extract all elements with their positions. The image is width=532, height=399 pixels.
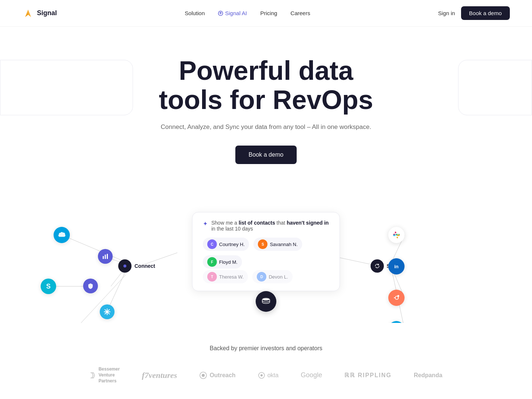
sync-dot: [371, 259, 384, 273]
avatar: S: [258, 239, 267, 249]
nav-actions: Sign in Book a demo: [438, 6, 510, 20]
ai-prompt: ✦ Show me a list of contacts that haven'…: [203, 220, 329, 232]
nav-link-careers[interactable]: Careers: [290, 10, 310, 16]
f7ventures-logo: f7ventures: [142, 371, 177, 380]
avatar: C: [207, 239, 217, 249]
slack-icon: [388, 227, 405, 243]
bessemer-logo: BessemerVenturePartners: [90, 366, 120, 384]
contact-chip: C Courtney H.: [203, 238, 249, 251]
snowflake-icon: [100, 304, 115, 319]
avatar: D: [257, 272, 266, 282]
contacts-row-2: T Theresa W. D Devon L.: [203, 270, 329, 283]
navbar: Signal Solution Signal AI Pricing Career…: [0, 0, 532, 27]
contact-chip-faded: T Theresa W.: [203, 270, 248, 283]
investors-title: Backed by premier investors and operator…: [22, 345, 510, 352]
svg-rect-18: [107, 254, 108, 259]
signin-link[interactable]: Sign in: [438, 10, 455, 16]
svg-point-23: [123, 265, 126, 267]
shield-icon: [83, 279, 98, 293]
avatar: F: [207, 257, 217, 267]
hero-section: Powerful data tools for RevOps Connect, …: [100, 27, 432, 179]
connect-label: Connect: [134, 263, 155, 269]
redpanda-logo: Redpanda: [414, 372, 442, 379]
logo-icon: [22, 7, 34, 19]
contact-chip-faded: D Devon L.: [252, 270, 292, 283]
contact-chip: F Floyd M.: [203, 255, 242, 269]
investors-section: Backed by premier investors and operator…: [0, 323, 532, 399]
skyvern-icon: S: [41, 279, 56, 294]
bardeen-icon: [98, 249, 113, 264]
svg-rect-17: [105, 255, 106, 259]
nav-links: Solution Signal AI Pricing Careers: [185, 10, 310, 16]
logo[interactable]: Signal: [22, 7, 57, 19]
svg-point-27: [202, 374, 205, 377]
svg-rect-16: [103, 256, 104, 259]
db-icon: [256, 291, 276, 312]
signal-ai-icon: [218, 11, 223, 16]
contact-chip: S Savannah N.: [253, 238, 302, 251]
nav-link-pricing[interactable]: Pricing: [260, 10, 277, 16]
svg-point-29: [260, 374, 263, 376]
ai-icon: ✦: [203, 220, 208, 227]
okta-logo: okta: [258, 372, 279, 379]
svg-line-3: [62, 235, 126, 262]
logo-text: Signal: [37, 9, 57, 17]
salesforce-icon-left: [54, 227, 70, 243]
avatar: T: [207, 272, 217, 282]
salesforce-icon-right: [388, 321, 405, 323]
hubspot-icon: [388, 290, 405, 306]
google-logo: Google: [301, 371, 322, 379]
diagram-section: S M Connect ✦ Show me a list of contacts…: [0, 190, 532, 323]
nav-book-demo-button[interactable]: Book a demo: [461, 6, 510, 20]
rippling-logo: ℝℝ RIPPLING: [344, 372, 392, 379]
investors-logos: BessemerVenturePartners f7ventures Outre…: [22, 366, 510, 384]
hero-book-demo-button[interactable]: Book a demo: [235, 146, 297, 164]
hero-wrapper: Powerful data tools for RevOps Connect, …: [0, 27, 532, 179]
nav-link-signal-ai[interactable]: Signal AI: [218, 10, 247, 16]
connect-node: Connect: [118, 259, 155, 273]
contacts-row-1: C Courtney H. S Savannah N. F Floyd M.: [203, 238, 329, 269]
ai-card: ✦ Show me a list of contacts that haven'…: [192, 212, 340, 291]
nav-link-solution[interactable]: Solution: [185, 10, 205, 16]
hero-title: Powerful data tools for RevOps: [107, 56, 425, 115]
bg-rect-right: [458, 60, 532, 115]
svg-point-24: [262, 298, 270, 301]
connect-dot: [118, 259, 132, 273]
linkedin-icon: in: [388, 258, 405, 274]
hero-subtitle: Connect, Analyze, and Sync your data fro…: [107, 123, 425, 131]
outreach-logo: Outreach: [199, 371, 235, 379]
